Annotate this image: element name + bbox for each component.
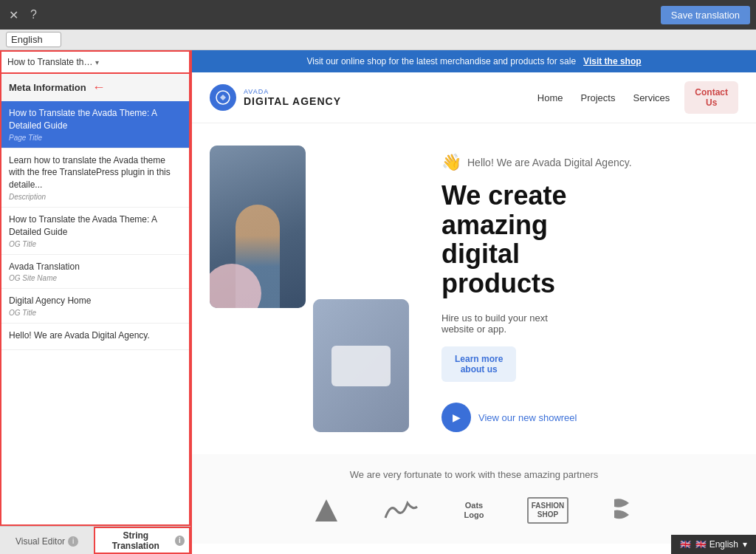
help-button[interactable]: ? [27, 7, 40, 23]
list-item[interactable]: Hello! We are Avada Digital Agency. [1, 324, 189, 350]
partners-title: We are very fortunate to work with these… [210, 469, 738, 480]
nav-services[interactable]: Services [633, 92, 670, 103]
page-selector[interactable]: How to Translate the Avada Theme: A D...… [0, 50, 190, 74]
wave-icon: 👋 [441, 153, 461, 172]
site-nav: Avada DIGITAL AGENCY Home Projects Servi… [192, 72, 756, 123]
logo-icon [210, 84, 236, 111]
item-meta: OG Title [9, 309, 182, 317]
right-panel: Visit our online shop for the latest mer… [192, 50, 756, 554]
logo-brand: Avada [244, 88, 341, 95]
hero-image-tall [210, 146, 306, 308]
partner-logo-5 [596, 492, 647, 529]
hero-greeting: 👋 Hello! We are Avada Digital Agency. [441, 153, 738, 172]
nav-links: Home Projects Services [537, 92, 670, 103]
main-layout: How to Translate the Avada Theme: A D...… [0, 50, 756, 554]
hero-headline: We createamazingdigitalproducts [441, 181, 738, 298]
item-title: Digital Agency Home [9, 295, 182, 307]
partner-logo-4: FASHIONSHOP [522, 492, 574, 529]
partner-logo-3: OatsLogo [448, 492, 500, 529]
string-translation-tab[interactable]: String Translation i [94, 527, 190, 554]
bottom-tabs: Visual Editor i String Translation i [0, 526, 190, 554]
item-title: How to Translate the Avada Theme: A Deta… [9, 107, 182, 132]
section-title: Meta Information [9, 82, 86, 93]
partner-logo-1 [300, 492, 352, 529]
chevron-down-icon: ▾ [743, 539, 747, 550]
language-label: 🇬🇧 English [695, 539, 738, 550]
item-title: Hello! We are Avada Digital Agency. [9, 329, 182, 342]
section-header: Meta Information ← [1, 74, 189, 101]
visual-editor-label: Visual Editor [16, 536, 65, 547]
language-flag-bar[interactable]: 🇬🇧 🇬🇧 English ▾ [671, 535, 756, 554]
nav-projects[interactable]: Projects [581, 92, 616, 103]
site-banner: Visit our online shop for the latest mer… [192, 50, 756, 72]
left-panel: How to Translate the Avada Theme: A D...… [0, 50, 192, 554]
learn-more-button[interactable]: Learn moreabout us [441, 346, 516, 382]
chevron-down-icon: ▾ [95, 58, 183, 66]
hero-images [210, 146, 424, 432]
save-translation-button[interactable]: Save translation [661, 6, 750, 24]
item-title: Learn how to translate the Avada theme w… [9, 154, 182, 191]
visual-editor-info-icon: i [68, 536, 78, 547]
partners-logos: OatsLogo FASHIONSHOP [210, 492, 738, 529]
banner-text: Visit our online shop for the latest mer… [306, 56, 576, 66]
play-button[interactable]: ▶ [441, 403, 471, 432]
item-title: How to Translate the Avada Theme: A Deta… [9, 213, 182, 239]
arrow-indicator-icon: ← [92, 80, 106, 95]
language-bar: English French German Spanish [0, 30, 756, 50]
item-meta: Page Title [9, 134, 182, 142]
hero-image-wide [313, 299, 409, 432]
nav-home[interactable]: Home [537, 92, 563, 103]
item-meta: Description [9, 193, 182, 201]
string-translation-label: String Translation [100, 530, 172, 551]
top-toolbar: ✕ ? Save translation [0, 0, 756, 30]
site-logo: Avada DIGITAL AGENCY [210, 84, 341, 111]
item-title: Avada Translation [9, 261, 182, 273]
showreel-text[interactable]: View our new showreel [478, 412, 577, 423]
page-selector-text: How to Translate the Avada Theme: A D... [7, 57, 95, 67]
item-meta: OG Title [9, 240, 182, 248]
greeting-text: Hello! We are Avada Digital Agency. [467, 157, 632, 168]
language-select[interactable]: English French German Spanish [6, 32, 61, 47]
logo-name: DIGITAL AGENCY [244, 95, 341, 107]
list-item[interactable]: Learn how to translate the Avada theme w… [1, 148, 189, 208]
partners-section: We are very fortunate to work with these… [192, 454, 756, 544]
logo-text: Avada DIGITAL AGENCY [244, 88, 341, 107]
list-item[interactable]: Digital Agency Home OG Title [1, 289, 189, 324]
translation-list-container: Meta Information ← How to Translate the … [0, 74, 190, 526]
list-item[interactable]: Avada Translation OG Site Name [1, 255, 189, 290]
visual-editor-tab[interactable]: Visual Editor i [0, 527, 94, 554]
hero-section: 👋 Hello! We are Avada Digital Agency. We… [192, 123, 756, 454]
hero-content: 👋 Hello! We are Avada Digital Agency. We… [441, 146, 738, 432]
list-item[interactable]: How to Translate the Avada Theme: A Deta… [1, 208, 189, 255]
string-translation-info-icon: i [175, 536, 185, 546]
visit-shop-link[interactable]: Visit the shop [583, 56, 641, 66]
flag-icon: 🇬🇧 [680, 539, 691, 550]
close-button[interactable]: ✕ [6, 7, 21, 24]
list-item[interactable]: How to Translate the Avada Theme: A Deta… [1, 101, 189, 148]
item-meta: OG Site Name [9, 274, 182, 282]
hero-subtext: Hire us to build your nextwebsite or app… [441, 312, 738, 335]
partner-logo-2 [374, 492, 426, 529]
contact-button[interactable]: ContactUs [684, 81, 738, 114]
showreel-container: ▶ View our new showreel [441, 403, 738, 432]
